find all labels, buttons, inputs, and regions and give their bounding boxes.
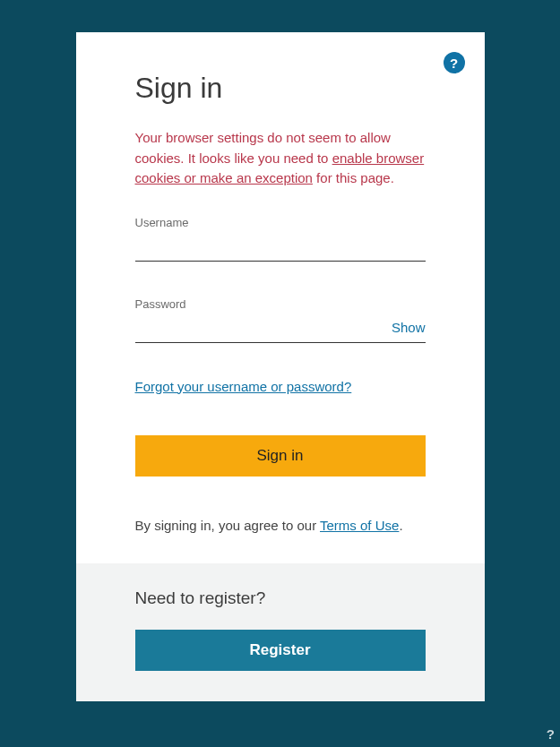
- register-section: Need to register? Register: [76, 563, 485, 701]
- username-input[interactable]: [135, 235, 426, 261]
- register-title: Need to register?: [135, 588, 426, 608]
- agree-after: .: [399, 518, 402, 533]
- corner-help-icon[interactable]: ?: [547, 726, 555, 742]
- password-label: Password: [135, 297, 426, 311]
- password-input-wrap: Show: [135, 316, 426, 343]
- agree-text: By signing in, you agree to our Terms of…: [135, 516, 426, 535]
- card-inner: Sign in Your browser settings do not see…: [76, 32, 485, 563]
- help-icon-glyph: ?: [450, 56, 458, 71]
- terms-link[interactable]: Terms of Use: [320, 518, 399, 533]
- warning-text-after: for this page.: [313, 170, 394, 185]
- username-input-wrap: [135, 235, 426, 262]
- signin-button[interactable]: Sign in: [135, 435, 426, 477]
- username-label: Username: [135, 216, 426, 229]
- password-input[interactable]: [135, 316, 426, 342]
- show-password-link[interactable]: Show: [392, 320, 426, 335]
- help-icon[interactable]: ?: [444, 52, 465, 73]
- signin-card: ? Sign in Your browser settings do not s…: [76, 32, 485, 701]
- agree-before: By signing in, you agree to our: [135, 518, 321, 533]
- username-field-group: Username: [135, 216, 426, 262]
- register-button[interactable]: Register: [135, 630, 426, 671]
- forgot-link[interactable]: Forgot your username or password?: [135, 379, 352, 394]
- page-title: Sign in: [135, 72, 426, 105]
- password-field-group: Password Show: [135, 297, 426, 343]
- cookie-warning: Your browser settings do not seem to all…: [135, 128, 426, 189]
